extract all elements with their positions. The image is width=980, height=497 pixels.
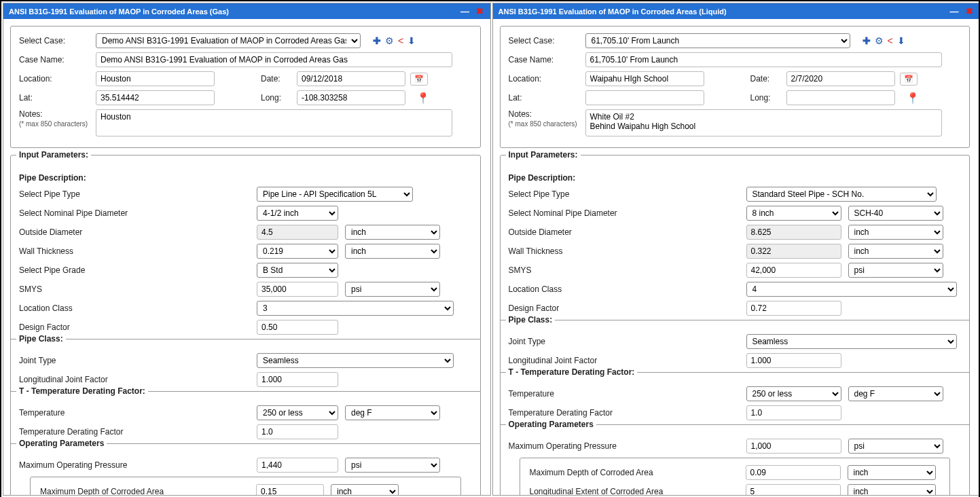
notes-label: Notes: (* max 850 characters) [19,109,90,128]
input-parameters-box: Input Parameters: Pipe Description: Sele… [500,155,970,495]
nominal-diameter-label: Select Nominal Pipe Diameter [509,208,740,218]
lat-input[interactable] [96,90,215,105]
temperature-select[interactable]: 250 or less [257,405,338,420]
schedule-select[interactable]: SCH-40 [848,206,943,221]
window-title: ANSI B31G-1991 Evaluation of MAOP in Cor… [9,7,229,16]
select-case-label: Select Case: [19,36,90,45]
wall-thickness-label: Wall Thickness [19,246,250,256]
outside-diameter-input [257,225,338,240]
pipe-grade-label: Select Pipe Grade [19,265,250,275]
notes-input[interactable]: White Oil #2 Behind Waipahu High School [585,109,942,136]
share-icon[interactable]: < [888,35,893,46]
od-unit-select[interactable]: inch [345,225,440,240]
wt-unit-select[interactable]: inch [848,244,943,259]
temperature-select[interactable]: 250 or less [746,386,841,401]
location-class-select[interactable]: 3 [257,301,454,316]
temp-unit-select[interactable]: deg F [848,386,943,401]
joint-type-select[interactable]: Seamless [746,334,957,349]
location-class-select[interactable]: 4 [746,282,957,297]
case-name-label: Case Name: [509,55,580,65]
liquid-panel: ANSI B31G-1991 Evaluation of MAOP in Cor… [492,3,981,496]
case-select[interactable]: 61,705.10' From Launch [585,33,850,48]
add-icon[interactable]: ✚ [863,35,871,46]
gear-icon[interactable]: ⚙ [875,35,884,46]
max-depth-unit-select[interactable]: inch [848,465,936,480]
minimize-button[interactable]: — [460,6,470,16]
close-button[interactable]: ✖ [475,6,485,16]
gear-icon[interactable]: ⚙ [385,35,394,46]
date-input[interactable] [786,71,895,86]
design-factor-label: Design Factor [19,323,250,332]
minimize-button[interactable]: — [949,6,959,16]
tdf-input[interactable] [257,424,338,439]
case-name-input[interactable] [585,52,942,67]
date-label: Date: [261,74,291,84]
long-input[interactable] [786,90,895,105]
wt-unit-select[interactable]: inch [345,244,440,259]
pipe-description-header: Pipe Description: [509,173,962,183]
pipe-type-label: Select Pipe Type [509,189,740,199]
smys-unit-select[interactable]: psi [848,263,943,278]
nominal-diameter-select[interactable]: 4-1/2 inch [257,206,338,221]
select-case-label: Select Case: [509,36,580,45]
notes-input[interactable]: Houston [96,109,452,136]
corroded-area-box: Maximum Depth of Corroded Areainch Longi… [520,458,951,495]
smys-input[interactable] [257,282,338,297]
long-extent-input[interactable] [746,484,841,495]
long-extent-unit-select[interactable]: inch [848,484,936,495]
design-factor-input[interactable] [257,320,338,335]
location-input[interactable] [585,71,704,86]
wall-thickness-select[interactable]: 0.219 [257,244,338,259]
temperature-label: Temperature [19,408,250,418]
calendar-icon[interactable]: 📅 [410,73,428,86]
input-parameters-legend: Input Parameters: [16,150,91,160]
case-name-input[interactable] [96,52,452,67]
case-name-label: Case Name: [19,55,90,65]
input-parameters-box: Input Parameters: Pipe Description: Sele… [10,155,481,495]
mop-unit-select[interactable]: psi [345,458,440,473]
design-factor-input[interactable] [746,301,841,316]
pipe-description-header: Pipe Description: [19,173,472,183]
max-depth-input[interactable] [746,465,841,480]
nominal-diameter-select[interactable]: 8 inch [746,206,841,221]
share-icon[interactable]: < [398,35,403,46]
max-depth-input[interactable] [256,484,324,495]
case-select[interactable]: Demo ANSI B31G-1991 Evaluation of MAOP i… [96,33,361,48]
map-pin-icon[interactable]: 📍 [416,92,430,105]
close-button[interactable]: ✖ [964,6,974,16]
ljf-input[interactable] [746,353,841,368]
calendar-icon[interactable]: 📅 [900,73,918,86]
max-depth-label: Maximum Depth of Corroded Area [40,487,249,495]
temp-unit-select[interactable]: deg F [345,405,440,420]
od-unit-select[interactable]: inch [848,225,943,240]
joint-type-select[interactable]: Seamless [257,353,454,368]
download-icon[interactable]: ⬇ [407,35,416,46]
mop-label: Maximum Operating Pressure [19,460,250,470]
smys-unit-select[interactable]: psi [345,282,440,297]
pipe-type-select[interactable]: Pipe Line - API Specification 5L [257,187,413,202]
mop-unit-select[interactable]: psi [848,439,943,454]
titlebar: ANSI B31G-1991 Evaluation of MAOP in Cor… [3,3,490,19]
smys-label: SMYS [509,265,740,275]
pipe-grade-select[interactable]: B Std [257,263,338,278]
operating-header: Operating Parameters [16,439,107,448]
pipe-type-select[interactable]: Standard Steel Pipe - SCH No. [746,187,937,202]
lat-input[interactable] [585,90,704,105]
case-header-box: Select Case: 61,705.10' From Launch ✚ ⚙ … [500,26,970,148]
date-input[interactable] [297,71,405,86]
map-pin-icon[interactable]: 📍 [906,92,920,105]
lat-label: Lat: [509,93,580,103]
smys-input[interactable] [746,263,841,278]
wall-thickness-label: Wall Thickness [509,246,740,256]
mop-input[interactable] [257,458,338,473]
temperature-label: Temperature [509,389,740,399]
long-input[interactable] [297,90,405,105]
mop-input[interactable] [746,439,841,454]
download-icon[interactable]: ⬇ [897,35,905,46]
tdf-input[interactable] [746,405,841,420]
location-input[interactable] [96,71,215,86]
location-class-label: Location Class [19,303,250,313]
max-depth-unit-select[interactable]: inch [331,484,399,495]
ljf-input[interactable] [257,372,338,387]
add-icon[interactable]: ✚ [373,35,381,46]
